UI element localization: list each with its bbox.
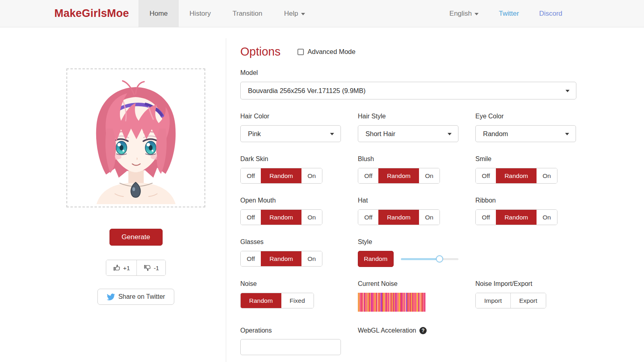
nav-menu-help-label: Help [284, 10, 298, 18]
noise-toggle: Random Fixed [240, 293, 314, 308]
open-mouth-random[interactable]: Random [261, 210, 301, 225]
noise-export-button[interactable]: Export [510, 293, 546, 308]
generated-image-frame [66, 68, 205, 207]
ribbon-label: Ribbon [475, 197, 576, 204]
share-twitter-button[interactable]: Share on Twitter [97, 289, 174, 305]
generated-character-image [70, 72, 202, 204]
thumbs-down-icon [143, 264, 151, 272]
help-question-icon[interactable]: ? [419, 327, 427, 334]
nav-menu-help[interactable]: Help [273, 0, 316, 27]
dark-skin-on[interactable]: On [301, 168, 322, 183]
generate-button[interactable]: Generate [109, 229, 163, 246]
advanced-mode-checkbox[interactable] [297, 49, 304, 55]
noise-io-group: Import Export [475, 293, 546, 308]
ribbon-toggle: Off Random On [475, 209, 557, 225]
caret-down-icon [566, 90, 570, 92]
noise-label: Noise [240, 280, 341, 288]
brand-logo[interactable]: MakeGirlsMoe [54, 7, 129, 20]
hair-color-select[interactable]: Pink [240, 125, 341, 142]
thumbs-up-icon [113, 264, 121, 272]
hair-color-value: Pink [248, 130, 261, 138]
language-label: English [450, 10, 472, 18]
model-select[interactable]: Bouvardia 256x256 Ver.171125 (9.9MB) [240, 82, 576, 99]
eye-color-select[interactable]: Random [475, 125, 576, 142]
current-noise-label: Current Noise [358, 280, 458, 288]
smile-random[interactable]: Random [496, 168, 537, 183]
ribbon-off[interactable]: Off [476, 210, 496, 225]
glasses-on[interactable]: On [301, 251, 322, 266]
operations-control-cutoff[interactable] [240, 339, 341, 355]
blush-toggle: Off Random On [358, 168, 440, 184]
downvote-label: -1 [154, 265, 159, 271]
blush-off[interactable]: Off [358, 168, 378, 183]
hat-random[interactable]: Random [378, 210, 419, 225]
style-label: Style [358, 238, 458, 246]
upvote-button[interactable]: +1 [106, 260, 136, 275]
hat-on[interactable]: On [419, 210, 440, 225]
language-selector[interactable]: English [442, 10, 486, 18]
glasses-random[interactable]: Random [261, 251, 301, 266]
nav-tab-history[interactable]: History [179, 0, 222, 27]
open-mouth-toggle: Off Random On [240, 209, 322, 225]
open-mouth-label: Open Mouth [240, 197, 341, 204]
nav-tab-home[interactable]: Home [138, 0, 178, 27]
nav-tab-transition[interactable]: Transition [222, 0, 273, 27]
ribbon-on[interactable]: On [537, 210, 557, 225]
eye-color-value: Random [483, 130, 508, 138]
style-slider[interactable] [401, 255, 459, 263]
dark-skin-off[interactable]: Off [241, 168, 261, 183]
nav-items: Home History Transition Help [138, 0, 316, 27]
discord-link-label: Discord [539, 10, 562, 18]
hair-color-label: Hair Color [240, 113, 341, 120]
model-label: Model [240, 69, 576, 77]
webgl-label: WebGL Acceleration [358, 327, 416, 334]
ribbon-random[interactable]: Random [496, 210, 537, 225]
discord-link[interactable]: Discord [532, 10, 570, 18]
share-twitter-label: Share on Twitter [118, 293, 165, 300]
nav-tab-home-label: Home [149, 10, 167, 18]
smile-label: Smile [475, 155, 576, 163]
noise-import-button[interactable]: Import [476, 293, 510, 308]
navbar: MakeGirlsMoe Home History Transition Hel… [0, 0, 644, 27]
nav-tab-transition-label: Transition [233, 10, 262, 18]
hat-off[interactable]: Off [358, 210, 378, 225]
nav-right: English Twitter Discord [442, 0, 570, 27]
options-panel: Options Advanced Mode Model Bouvardia 25… [226, 27, 644, 355]
blush-label: Blush [358, 155, 458, 163]
blush-on[interactable]: On [419, 168, 440, 183]
hat-label: Hat [358, 197, 458, 204]
style-random-button[interactable]: Random [358, 251, 394, 267]
noise-fixed[interactable]: Fixed [281, 293, 314, 308]
open-mouth-on[interactable]: On [301, 210, 322, 225]
operations-label: Operations [240, 327, 341, 334]
blush-random[interactable]: Random [378, 168, 419, 183]
advanced-mode-toggle[interactable]: Advanced Mode [297, 48, 355, 56]
hat-toggle: Off Random On [358, 209, 440, 225]
caret-down-icon [448, 133, 452, 135]
page: MakeGirlsMoe Home History Transition Hel… [0, 0, 644, 362]
upvote-label: +1 [123, 265, 130, 271]
dark-skin-random[interactable]: Random [261, 168, 301, 183]
open-mouth-off[interactable]: Off [241, 210, 261, 225]
downvote-button[interactable]: -1 [136, 260, 165, 275]
dark-skin-label: Dark Skin [240, 155, 341, 163]
hair-style-label: Hair Style [358, 113, 458, 120]
caret-down-icon [565, 133, 569, 135]
twitter-bird-icon [107, 294, 115, 300]
glasses-toggle: Off Random On [240, 251, 322, 267]
preview-panel: Generate +1 -1 [0, 27, 226, 355]
noise-io-label: Noise Import/Export [475, 280, 576, 288]
twitter-link[interactable]: Twitter [491, 10, 526, 18]
main-content: Generate +1 -1 [0, 27, 644, 355]
smile-off[interactable]: Off [476, 168, 496, 183]
dark-skin-toggle: Off Random On [240, 168, 322, 184]
glasses-off[interactable]: Off [241, 251, 261, 266]
smile-on[interactable]: On [537, 168, 557, 183]
style-slider-handle[interactable] [436, 255, 443, 263]
current-noise-strip [358, 293, 425, 312]
style-slider-fill [401, 258, 440, 260]
hair-style-select[interactable]: Short Hair [358, 125, 458, 142]
nav-tab-history-label: History [190, 10, 211, 18]
noise-random[interactable]: Random [241, 293, 281, 308]
smile-toggle: Off Random On [475, 168, 557, 184]
